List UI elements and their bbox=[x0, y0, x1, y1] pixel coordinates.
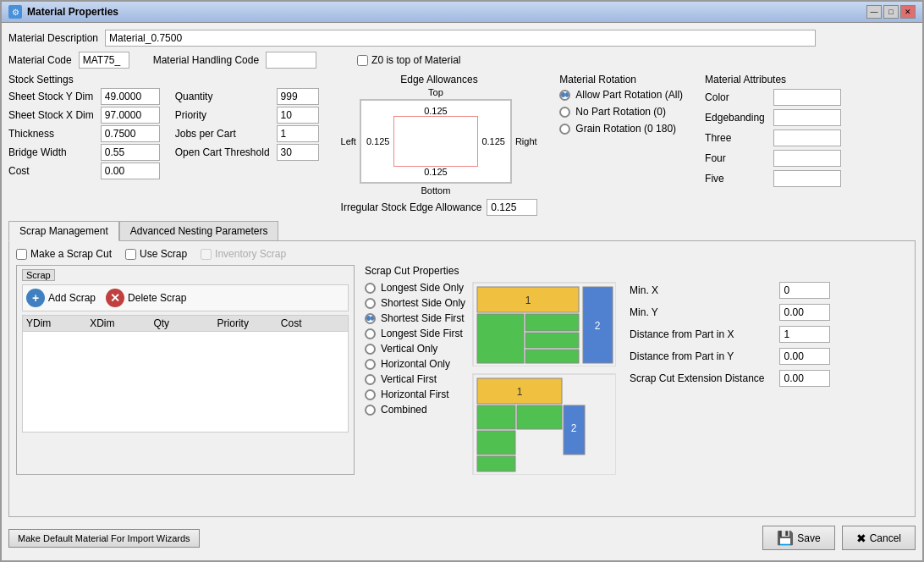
rotation-option-2[interactable]: Grain Rotation (0 180) bbox=[559, 123, 683, 135]
col-priority: Priority bbox=[217, 317, 281, 329]
maximize-button[interactable]: □ bbox=[883, 5, 899, 19]
use-scrap-checkbox[interactable] bbox=[125, 249, 136, 260]
cut-radio-8[interactable] bbox=[365, 405, 376, 416]
cut-radio-6[interactable] bbox=[365, 374, 376, 385]
min-x-input[interactable] bbox=[779, 282, 830, 299]
save-button[interactable]: 💾 Save bbox=[762, 526, 834, 550]
thickness-input[interactable] bbox=[101, 125, 160, 142]
left-label: Left bbox=[341, 136, 356, 146]
cut-opt-3[interactable]: Longest Side First bbox=[365, 328, 465, 339]
tab-nesting[interactable]: Advanced Nesting Parameters bbox=[119, 221, 279, 241]
bridge-input[interactable] bbox=[101, 144, 160, 161]
description-input[interactable] bbox=[105, 30, 816, 47]
make-cut-checkbox[interactable] bbox=[16, 249, 27, 260]
cut-label-7: Horizontal First bbox=[381, 388, 449, 400]
save-icon: 💾 bbox=[777, 530, 794, 546]
jobs-input[interactable] bbox=[277, 125, 319, 142]
z0-checkbox[interactable] bbox=[357, 55, 368, 66]
cut-opt-4[interactable]: Vertical Only bbox=[365, 343, 465, 355]
sheet-y-label: Sheet Stock Y Dim bbox=[8, 91, 93, 102]
cut-props: Min. X Min. Y Distance from Part in X bbox=[630, 282, 830, 475]
cut-radio-7[interactable] bbox=[365, 389, 376, 400]
attr-color: Color bbox=[705, 89, 841, 106]
cut-label-5: Horizontal Only bbox=[381, 358, 450, 370]
cut-opt-0[interactable]: Longest Side Only bbox=[365, 282, 465, 294]
cut-section: Longest Side Only Shortest Side Only bbox=[365, 282, 908, 475]
scrap-group: Scrap + Add Scrap ✕ Delete Scrap bbox=[16, 265, 355, 475]
col-qty: Qty bbox=[153, 317, 217, 329]
cut-radio-5[interactable] bbox=[365, 359, 376, 370]
scrap-group-label: Scrap bbox=[22, 269, 55, 281]
rotation-radio-2[interactable] bbox=[559, 124, 570, 135]
stock-right: Quantity Priority Jobs per Cart Ope bbox=[175, 88, 319, 181]
attr-four-input[interactable] bbox=[773, 150, 841, 167]
scrap-management: Make a Scrap Cut Use Scrap Inventory Scr… bbox=[16, 248, 908, 475]
attr-three-input[interactable] bbox=[773, 129, 841, 146]
irregular-row: Irregular Stock Edge Allowance bbox=[341, 199, 538, 216]
irregular-input[interactable] bbox=[487, 199, 537, 216]
svg-text:2: 2 bbox=[595, 320, 601, 332]
rotation-radio-0[interactable] bbox=[559, 90, 570, 101]
rotation-label-0: Allow Part Rotation (All) bbox=[575, 89, 683, 101]
add-label: Add Scrap bbox=[48, 292, 96, 304]
cut-opt-2[interactable]: Shortest Side First bbox=[365, 312, 465, 324]
delete-scrap-button[interactable]: ✕ Delete Scrap bbox=[106, 289, 186, 307]
cut-radio-4[interactable] bbox=[365, 344, 376, 355]
save-label: Save bbox=[797, 532, 820, 544]
action-buttons: 💾 Save ✖ Cancel bbox=[762, 526, 916, 550]
qty-row: Quantity bbox=[175, 88, 319, 105]
attr-five-input[interactable] bbox=[773, 170, 841, 187]
edge-left-val: 0.125 bbox=[366, 136, 390, 146]
cut-title: Scrap Cut Properties bbox=[365, 265, 908, 277]
rotation-option-0[interactable]: Allow Part Rotation (All) bbox=[559, 89, 683, 101]
rotation-radio-1[interactable] bbox=[559, 107, 570, 118]
cut-radio-1[interactable] bbox=[365, 298, 376, 309]
cut-opt-5[interactable]: Horizontal Only bbox=[365, 358, 465, 370]
cut-opt-8[interactable]: Combined bbox=[365, 404, 465, 416]
window-title: Material Properties bbox=[27, 6, 118, 18]
sheet-y-input[interactable] bbox=[101, 88, 160, 105]
description-label: Material Description bbox=[8, 32, 98, 44]
inventory-checkbox[interactable] bbox=[201, 249, 212, 260]
ext-row: Scrap Cut Extension Distance bbox=[630, 370, 830, 387]
z0-label: Z0 is top of Material bbox=[371, 54, 460, 66]
edge-inner-box bbox=[393, 116, 478, 167]
window-icon: ⚙ bbox=[8, 5, 22, 19]
cost-input[interactable] bbox=[101, 163, 160, 179]
close-button[interactable]: ✕ bbox=[900, 5, 916, 19]
cancel-button[interactable]: ✖ Cancel bbox=[842, 526, 916, 550]
add-scrap-button[interactable]: + Add Scrap bbox=[26, 289, 96, 307]
code-input[interactable] bbox=[79, 52, 129, 69]
handling-input[interactable] bbox=[266, 52, 316, 69]
attr-color-input[interactable] bbox=[773, 89, 841, 106]
cut-label-8: Combined bbox=[381, 404, 427, 416]
tabs: Scrap Management Advanced Nesting Parame… bbox=[8, 221, 916, 241]
tab-scrap[interactable]: Scrap Management bbox=[8, 221, 119, 241]
cut-radio-0[interactable] bbox=[365, 283, 376, 294]
dist-x-input[interactable] bbox=[779, 326, 830, 343]
min-y-input[interactable] bbox=[779, 304, 830, 321]
default-button[interactable]: Make Default Material For Import Wizards bbox=[8, 529, 200, 548]
minimize-button[interactable]: — bbox=[866, 5, 882, 19]
min-y-label: Min. Y bbox=[630, 306, 658, 318]
priority-input[interactable] bbox=[277, 107, 319, 124]
bottom-edge-label: Bottom bbox=[421, 185, 450, 196]
rotation-option-1[interactable]: No Part Rotation (0) bbox=[559, 106, 683, 118]
cut-radio-2[interactable] bbox=[365, 313, 376, 324]
scrap-toolbar: + Add Scrap ✕ Delete Scrap bbox=[22, 284, 349, 311]
description-row: Material Description bbox=[8, 30, 916, 47]
cut-opt-1[interactable]: Shortest Side Only bbox=[365, 297, 465, 309]
cart-input[interactable] bbox=[277, 144, 319, 161]
sheet-x-input[interactable] bbox=[101, 107, 160, 124]
qty-input[interactable] bbox=[277, 88, 319, 105]
cut-opt-7[interactable]: Horizontal First bbox=[365, 388, 465, 400]
ext-input[interactable] bbox=[779, 370, 830, 387]
right-label: Right bbox=[515, 136, 537, 146]
cut-radio-3[interactable] bbox=[365, 328, 376, 339]
dist-y-input[interactable] bbox=[779, 348, 830, 365]
attr-edgebanding: Edgebanding bbox=[705, 109, 841, 126]
jobs-label: Jobs per Cart bbox=[175, 128, 236, 140]
cut-opt-6[interactable]: Vertical First bbox=[365, 373, 465, 385]
attr-edgebanding-input[interactable] bbox=[773, 109, 841, 126]
edge-layout: Left Top 0.125 0.125 0.125 0.125 Bottom … bbox=[341, 87, 538, 196]
